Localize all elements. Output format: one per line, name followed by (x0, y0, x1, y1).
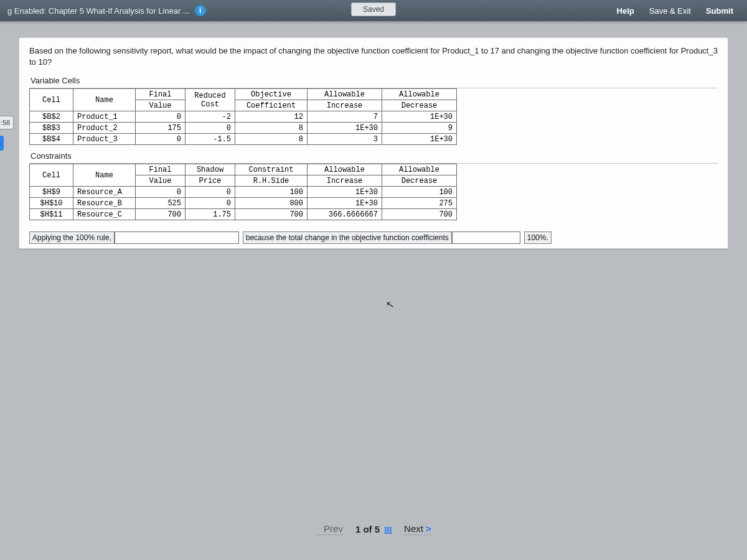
constraints-heading: Constraints (29, 149, 718, 164)
th-adec-2: Decrease (382, 100, 457, 111)
assignment-title: g Enabled: Chapter 5 What-If Analysis fo… (7, 6, 190, 16)
cell-oc: 12 (235, 111, 308, 123)
variable-cells-table: Cell Name Final Reduced Cost Objective A… (29, 88, 457, 145)
cell-rhs: 700 (235, 209, 308, 220)
table-row: $B$4 Product_3 0 -1.5 8 3 1E+30 (30, 134, 457, 145)
th-obj-2: Coefficient (235, 100, 308, 111)
cursor-icon: ↖ (385, 298, 395, 311)
timer-badge: :58 (0, 116, 14, 129)
cell-ad: 1E+30 (382, 134, 457, 145)
th-cell: Cell (30, 164, 73, 187)
cell-ad: 100 (382, 187, 457, 198)
fill-tail-label: 100%. (524, 231, 552, 244)
answer-fill-row: Applying the 100% rule, because the tota… (29, 231, 718, 244)
table-row: $B$2 Product_1 0 -2 12 7 1E+30 (30, 111, 457, 123)
table-row: $B$3 Product_2 175 0 8 1E+30 9 (30, 123, 457, 134)
th-shadow-1: Shadow (186, 164, 235, 175)
cell-fv: 0 (136, 134, 186, 145)
side-tab[interactable] (0, 136, 4, 151)
cell-ai: 3 (308, 134, 382, 145)
th-name: Name (73, 89, 136, 111)
cell-oc: 8 (235, 134, 308, 145)
chevron-left-icon: < (316, 523, 321, 534)
next-label: Next (404, 523, 423, 534)
cell-ref: $H$10 (30, 198, 73, 209)
cell-name: Resource_B (73, 198, 136, 209)
th-name: Name (73, 164, 136, 187)
cell-fv: 700 (136, 209, 186, 220)
cell-fv: 175 (136, 123, 186, 134)
cell-rc: -1.5 (186, 134, 235, 145)
top-bar: g Enabled: Chapter 5 What-If Analysis fo… (0, 0, 747, 21)
fill-lead-label: Applying the 100% rule, (29, 231, 115, 244)
cell-name: Product_3 (73, 134, 136, 145)
fill-mid-label: because the total change in the objectiv… (243, 231, 452, 244)
cell-rc: -2 (186, 111, 235, 123)
th-ainc-1: Allowable (308, 164, 382, 175)
cell-name: Resource_A (73, 187, 136, 198)
cell-ref: $B$2 (30, 111, 73, 123)
saved-status-pill: Saved (351, 2, 396, 16)
question-counter: 1 of 5 (355, 524, 392, 534)
table-row: $H$11 Resource_C 700 1.75 700 366.666666… (30, 209, 457, 220)
cell-fv: 0 (136, 111, 186, 123)
th-final-2: Value (136, 100, 186, 111)
cell-ref: $B$4 (30, 134, 73, 145)
count-text: 1 of 5 (355, 524, 380, 534)
th-adec-2: Decrease (382, 175, 457, 187)
cell-ad: 1E+30 (382, 111, 457, 123)
table-row: $H$9 Resource_A 0 0 100 1E+30 100 (30, 187, 457, 198)
help-link[interactable]: Help (611, 4, 641, 18)
cell-sp: 1.75 (186, 209, 235, 220)
th-rhs-1: Constraint (235, 164, 308, 175)
cell-ad: 275 (382, 198, 457, 209)
cell-sp: 0 (186, 187, 235, 198)
th-rhs-2: R.H.Side (235, 175, 308, 187)
grid-icon[interactable] (385, 527, 392, 534)
submit-button[interactable]: Submit (700, 4, 740, 18)
cell-name: Resource_C (73, 209, 136, 220)
th-final-1: Final (136, 164, 186, 175)
th-final-1: Final (136, 89, 186, 100)
save-exit-link[interactable]: Save & Exit (643, 4, 697, 18)
prev-label: Prev (324, 523, 343, 534)
cell-name: Product_2 (73, 123, 136, 134)
cell-ai: 1E+30 (308, 187, 382, 198)
cell-ad: 9 (382, 123, 457, 134)
cell-ai: 7 (308, 111, 382, 123)
cell-fv: 525 (136, 198, 186, 209)
question-card: Based on the following sensitivity repor… (19, 37, 728, 249)
cell-fv: 0 (136, 187, 186, 198)
cell-ai: 1E+30 (308, 123, 382, 134)
cell-name: Product_1 (73, 111, 136, 123)
chevron-right-icon: > (426, 523, 431, 534)
th-shadow-2: Price (186, 175, 235, 187)
th-ainc-1: Allowable (308, 89, 382, 100)
cell-rhs: 100 (235, 187, 308, 198)
variable-cells-heading: Variable Cells (29, 73, 718, 88)
table-row: $H$10 Resource_B 525 0 800 1E+30 275 (30, 198, 457, 209)
info-icon[interactable]: i (195, 5, 206, 16)
th-ainc-2: Increase (308, 175, 382, 187)
prev-button[interactable]: <Prev (316, 523, 343, 535)
constraints-table: Cell Name Final Shadow Constraint Allowa… (29, 164, 457, 220)
th-obj-1: Objective (235, 89, 308, 100)
th-adec-1: Allowable (382, 89, 457, 100)
answer-dropdown-2[interactable] (452, 231, 520, 244)
answer-dropdown-1[interactable] (115, 231, 239, 244)
cell-rhs: 800 (235, 198, 308, 209)
next-button[interactable]: Next> (404, 523, 431, 535)
th-ainc-2: Increase (308, 100, 382, 111)
cell-ref: $H$11 (30, 209, 73, 220)
cell-ad: 700 (382, 209, 457, 220)
th-final-2: Value (136, 175, 186, 187)
cell-rc: 0 (186, 123, 235, 134)
cell-sp: 0 (186, 198, 235, 209)
cell-oc: 8 (235, 123, 308, 134)
th-adec-1: Allowable (382, 164, 457, 175)
cell-ref: $B$3 (30, 123, 73, 134)
cell-ref: $H$9 (30, 187, 73, 198)
th-reduced: Reduced Cost (186, 89, 235, 111)
question-text: Based on the following sensitivity repor… (29, 45, 718, 67)
cell-ai: 1E+30 (308, 198, 382, 209)
